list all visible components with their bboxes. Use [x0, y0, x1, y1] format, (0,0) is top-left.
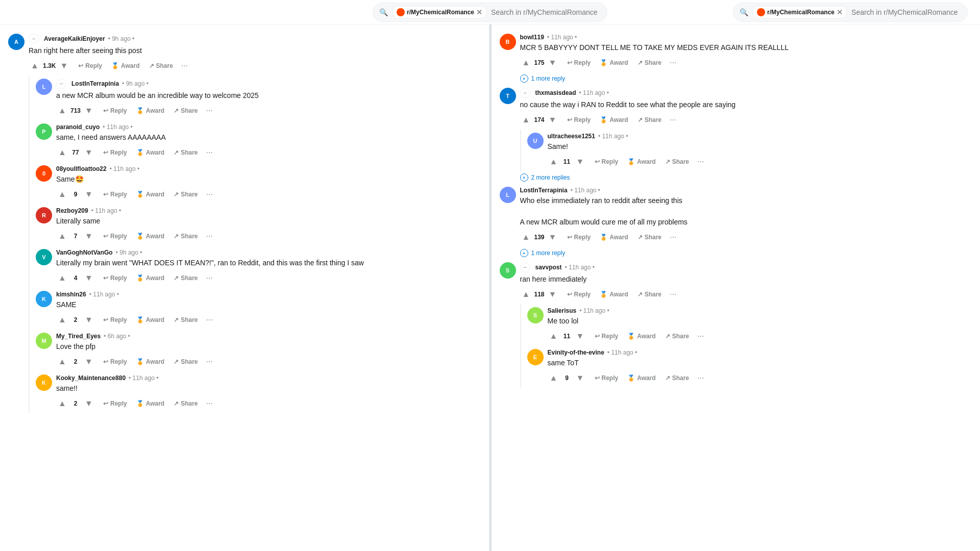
share-button[interactable]: ↗ Share: [169, 105, 202, 116]
award-button[interactable]: 🏅 Award: [623, 372, 659, 384]
reply-button[interactable]: ↩ Reply: [99, 356, 131, 367]
award-button[interactable]: 🏅 Award: [132, 314, 168, 325]
upvote-button[interactable]: ▲: [56, 188, 68, 201]
reply-button[interactable]: ↩ Reply: [563, 57, 595, 68]
more-options-button[interactable]: ···: [203, 355, 216, 368]
reply-button[interactable]: ↩ Reply: [99, 147, 131, 158]
right-search-bar[interactable]: 🔍 r/MyChemicalRomance ✕: [733, 3, 968, 22]
collapse-button[interactable]: −: [520, 262, 530, 272]
downvote-button[interactable]: ▼: [547, 114, 559, 126]
more-options-button[interactable]: ···: [667, 288, 679, 301]
more-options-button[interactable]: ···: [694, 371, 707, 385]
more-options-button[interactable]: ···: [203, 146, 216, 159]
downvote-button[interactable]: ▼: [83, 314, 95, 326]
downvote-button[interactable]: ▼: [83, 188, 95, 201]
left-search-input[interactable]: [491, 8, 601, 16]
share-button[interactable]: ↗ Share: [633, 114, 666, 126]
more-replies-link[interactable]: +1 more reply: [520, 72, 972, 85]
reply-button[interactable]: ↩ Reply: [591, 331, 623, 342]
share-button[interactable]: ↗ Share: [633, 232, 666, 243]
reply-button[interactable]: ↩ Reply: [563, 289, 595, 300]
downvote-button[interactable]: ▼: [83, 272, 95, 284]
more-options-button[interactable]: ···: [203, 230, 216, 243]
share-button[interactable]: ↗ Share: [169, 398, 202, 409]
reply-button[interactable]: ↩ Reply: [99, 105, 131, 116]
left-search-bar[interactable]: 🔍 r/MyChemicalRomance ✕: [373, 3, 607, 22]
award-button[interactable]: 🏅 Award: [132, 398, 168, 409]
downvote-button[interactable]: ▼: [574, 156, 586, 168]
downvote-button[interactable]: ▼: [83, 146, 95, 159]
reply-button[interactable]: ↩ Reply: [591, 372, 623, 384]
more-options-button[interactable]: ···: [667, 56, 679, 69]
upvote-button[interactable]: ▲: [56, 272, 68, 284]
reply-button[interactable]: ↩ Reply: [74, 60, 106, 71]
upvote-button[interactable]: ▲: [56, 356, 68, 368]
share-button[interactable]: ↗ Share: [169, 356, 202, 367]
upvote-button[interactable]: ▲: [56, 397, 68, 410]
award-button[interactable]: 🏅 Award: [623, 156, 659, 167]
share-button[interactable]: ↗ Share: [169, 314, 202, 325]
award-button[interactable]: 🏅 Award: [132, 356, 168, 367]
upvote-button[interactable]: ▲: [56, 105, 68, 117]
downvote-button[interactable]: ▼: [58, 60, 70, 72]
share-button[interactable]: ↗ Share: [169, 231, 202, 242]
award-button[interactable]: 🏅 Award: [132, 231, 168, 242]
reply-button[interactable]: ↩ Reply: [99, 272, 131, 284]
collapse-button[interactable]: −: [56, 79, 66, 89]
share-button[interactable]: ↗ Share: [169, 189, 202, 200]
more-options-button[interactable]: ···: [203, 104, 216, 117]
more-options-button[interactable]: ···: [667, 231, 679, 244]
upvote-button[interactable]: ▲: [548, 372, 560, 384]
more-options-button[interactable]: ···: [203, 188, 216, 201]
more-options-button[interactable]: ···: [694, 155, 707, 168]
upvote-button[interactable]: ▲: [56, 146, 68, 159]
downvote-button[interactable]: ▼: [83, 105, 95, 117]
share-button[interactable]: ↗ Share: [661, 156, 693, 167]
upvote-button[interactable]: ▲: [548, 330, 560, 342]
more-options-button[interactable]: ···: [178, 59, 191, 72]
reply-button[interactable]: ↩ Reply: [591, 156, 623, 167]
reply-button[interactable]: ↩ Reply: [563, 232, 595, 243]
award-button[interactable]: 🏅 Award: [596, 232, 632, 243]
more-options-button[interactable]: ···: [694, 330, 707, 343]
upvote-button[interactable]: ▲: [56, 314, 68, 326]
share-button[interactable]: ↗ Share: [145, 60, 177, 71]
upvote-button[interactable]: ▲: [548, 156, 560, 168]
right-subreddit-close[interactable]: ✕: [837, 8, 843, 16]
award-button[interactable]: 🏅 Award: [132, 272, 168, 284]
award-button[interactable]: 🏅 Award: [107, 60, 143, 71]
more-replies-link[interactable]: +1 more reply: [520, 247, 972, 259]
reply-button[interactable]: ↩ Reply: [99, 314, 131, 325]
collapse-button[interactable]: −: [520, 88, 530, 98]
upvote-button[interactable]: ▲: [29, 60, 41, 72]
upvote-button[interactable]: ▲: [520, 57, 532, 69]
more-options-button[interactable]: ···: [203, 313, 216, 327]
award-button[interactable]: 🏅 Award: [596, 114, 632, 126]
share-button[interactable]: ↗ Share: [169, 272, 202, 284]
reply-button[interactable]: ↩ Reply: [99, 231, 131, 242]
award-button[interactable]: 🏅 Award: [623, 331, 659, 342]
upvote-button[interactable]: ▲: [520, 114, 532, 126]
downvote-button[interactable]: ▼: [83, 397, 95, 410]
downvote-button[interactable]: ▼: [547, 288, 559, 300]
award-button[interactable]: 🏅 Award: [132, 189, 168, 200]
reply-button[interactable]: ↩ Reply: [99, 398, 131, 409]
reply-button[interactable]: ↩ Reply: [563, 114, 595, 126]
share-button[interactable]: ↗ Share: [169, 147, 202, 158]
share-button[interactable]: ↗ Share: [661, 331, 693, 342]
more-replies-link[interactable]: +2 more replies: [520, 171, 972, 184]
downvote-button[interactable]: ▼: [547, 231, 559, 243]
right-search-input[interactable]: [851, 8, 961, 16]
downvote-button[interactable]: ▼: [574, 372, 586, 384]
reply-button[interactable]: ↩ Reply: [99, 189, 131, 200]
downvote-button[interactable]: ▼: [574, 330, 586, 342]
share-button[interactable]: ↗ Share: [633, 57, 666, 68]
downvote-button[interactable]: ▼: [547, 57, 559, 69]
more-options-button[interactable]: ···: [667, 113, 679, 127]
more-options-button[interactable]: ···: [203, 397, 216, 410]
award-button[interactable]: 🏅 Award: [132, 105, 168, 116]
award-button[interactable]: 🏅 Award: [596, 289, 632, 300]
more-options-button[interactable]: ···: [203, 271, 216, 285]
award-button[interactable]: 🏅 Award: [132, 147, 168, 158]
downvote-button[interactable]: ▼: [83, 230, 95, 242]
